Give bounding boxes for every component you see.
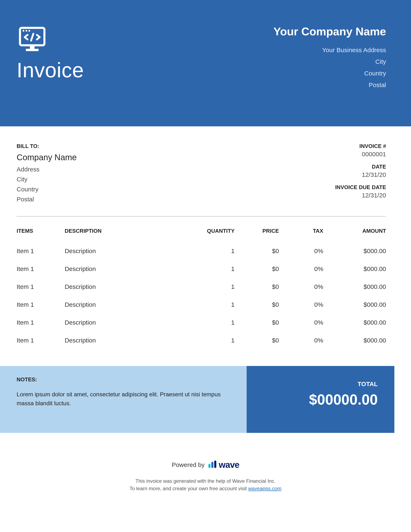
powered-desc-line1: This invoice was generated with the help… — [135, 478, 276, 484]
svg-point-2 — [26, 30, 27, 32]
cell-tax: 0% — [279, 314, 323, 332]
line-items-section: ITEMS DESCRIPTION QUANTITY PRICE TAX AMO… — [0, 217, 411, 366]
cell-amount: $000.00 — [323, 242, 386, 260]
table-row: Item 1Description1$00%$000.00 — [17, 332, 386, 349]
cell-quantity: 1 — [187, 332, 235, 349]
table-row: Item 1Description1$00%$000.00 — [17, 242, 386, 260]
th-description: DESCRIPTION — [65, 224, 187, 242]
total-block: TOTAL $00000.00 — [247, 366, 394, 433]
company-address: Your Business Address — [273, 47, 386, 54]
invoice-header: Invoice Your Company Name Your Business … — [0, 0, 411, 126]
line-items-table: ITEMS DESCRIPTION QUANTITY PRICE TAX AMO… — [17, 224, 386, 349]
notes-block: NOTES: Lorem ipsum dolor sit amet, conse… — [0, 366, 247, 433]
cell-price: $0 — [235, 314, 279, 332]
table-row: Item 1Description1$00%$000.00 — [17, 314, 386, 332]
bill-to-country: Country — [17, 186, 77, 193]
company-postal: Postal — [273, 81, 386, 88]
cell-item: Item 1 — [17, 332, 65, 349]
header-left: Invoice — [17, 25, 84, 93]
table-header-row: ITEMS DESCRIPTION QUANTITY PRICE TAX AMO… — [17, 224, 386, 242]
cell-quantity: 1 — [187, 314, 235, 332]
powered-by-text: Powered by — [172, 461, 204, 468]
cell-item: Item 1 — [17, 260, 65, 278]
th-amount: AMOUNT — [323, 224, 386, 242]
powered-by-section: Powered by wave This invoice was generat… — [0, 460, 411, 517]
bill-section: BILL TO: Company Name Address City Count… — [0, 126, 411, 216]
invoice-meta-block: INVOICE # 0000001 DATE 12/31/20 INVOICE … — [335, 143, 386, 206]
bill-to-label: BILL TO: — [17, 143, 77, 149]
cell-amount: $000.00 — [323, 296, 386, 314]
bill-to-address: Address — [17, 166, 77, 173]
company-country: Country — [273, 70, 386, 77]
notes-body: Lorem ipsum dolor sit amet, consectetur … — [17, 390, 232, 408]
invoice-date-label: DATE — [335, 163, 386, 170]
header-company-block: Your Company Name Your Business Address … — [273, 25, 386, 93]
cell-item: Item 1 — [17, 242, 65, 260]
table-row: Item 1Description1$00%$000.00 — [17, 296, 386, 314]
table-row: Item 1Description1$00%$000.00 — [17, 278, 386, 296]
svg-point-3 — [29, 30, 30, 32]
bill-to-postal: Postal — [17, 196, 77, 203]
cell-price: $0 — [235, 242, 279, 260]
cell-item: Item 1 — [17, 296, 65, 314]
powered-desc-line2-prefix: To learn more, and create your own free … — [129, 486, 248, 491]
wave-brand-text: wave — [219, 460, 239, 470]
bill-to-company: Company Name — [17, 153, 77, 162]
invoice-number: 0000001 — [335, 151, 386, 158]
powered-description: This invoice was generated with the help… — [0, 477, 411, 492]
cell-description: Description — [65, 278, 187, 296]
cell-description: Description — [65, 314, 187, 332]
cell-quantity: 1 — [187, 278, 235, 296]
company-city: City — [273, 58, 386, 65]
cell-tax: 0% — [279, 242, 323, 260]
th-tax: TAX — [279, 224, 323, 242]
cell-item: Item 1 — [17, 314, 65, 332]
cell-description: Description — [65, 332, 187, 349]
cell-tax: 0% — [279, 260, 323, 278]
cell-price: $0 — [235, 296, 279, 314]
cell-quantity: 1 — [187, 260, 235, 278]
th-items: ITEMS — [17, 224, 65, 242]
cell-quantity: 1 — [187, 242, 235, 260]
invoice-number-label: INVOICE # — [335, 143, 386, 149]
invoice-title: Invoice — [17, 58, 84, 82]
cell-price: $0 — [235, 260, 279, 278]
cell-description: Description — [65, 296, 187, 314]
svg-line-4 — [31, 34, 33, 41]
notes-label: NOTES: — [17, 376, 232, 383]
bill-to-block: BILL TO: Company Name Address City Count… — [17, 143, 77, 206]
cell-amount: $000.00 — [323, 314, 386, 332]
total-value: $00000.00 — [255, 391, 378, 408]
cell-amount: $000.00 — [323, 278, 386, 296]
svg-rect-8 — [211, 462, 213, 468]
invoice-due-label: INVOICE DUE DATE — [335, 184, 386, 190]
company-name: Your Company Name — [273, 25, 386, 38]
cell-amount: $000.00 — [323, 260, 386, 278]
cell-amount: $000.00 — [323, 332, 386, 349]
th-quantity: QUANTITY — [187, 224, 235, 242]
cell-tax: 0% — [279, 332, 323, 349]
invoice-due: 12/31/20 — [335, 192, 386, 199]
footer-band: NOTES: Lorem ipsum dolor sit amet, conse… — [0, 366, 411, 433]
cell-price: $0 — [235, 278, 279, 296]
cell-tax: 0% — [279, 296, 323, 314]
bill-to-city: City — [17, 176, 77, 183]
cell-tax: 0% — [279, 278, 323, 296]
total-label: TOTAL — [255, 380, 378, 388]
cell-item: Item 1 — [17, 278, 65, 296]
svg-point-1 — [23, 30, 24, 32]
invoice-page: Invoice Your Company Name Your Business … — [0, 0, 411, 517]
cell-description: Description — [65, 242, 187, 260]
svg-rect-6 — [26, 49, 39, 51]
svg-rect-9 — [214, 461, 216, 468]
wave-bars-icon — [208, 461, 217, 469]
wave-logo: wave — [208, 460, 239, 470]
svg-rect-7 — [208, 464, 210, 468]
cell-price: $0 — [235, 332, 279, 349]
cell-description: Description — [65, 260, 187, 278]
wave-link[interactable]: waveapps.com — [248, 486, 281, 491]
th-price: PRICE — [235, 224, 279, 242]
table-row: Item 1Description1$00%$000.00 — [17, 260, 386, 278]
code-monitor-icon — [17, 25, 48, 54]
cell-quantity: 1 — [187, 296, 235, 314]
